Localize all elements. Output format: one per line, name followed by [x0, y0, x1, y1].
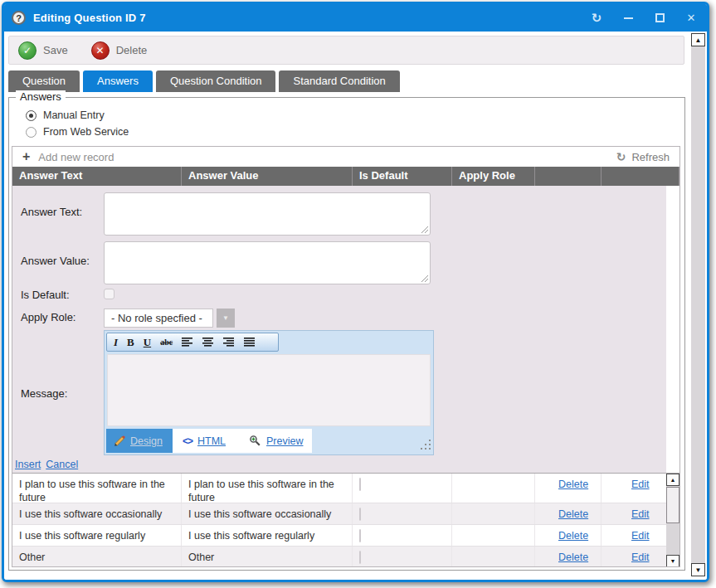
radio-from-web-service[interactable]: From Web Service: [26, 126, 129, 138]
plus-icon: +: [22, 150, 30, 163]
cell-delete: Delete: [535, 474, 602, 503]
column-header-empty-1: [535, 167, 602, 186]
apply-role-select[interactable]: - No role specfied -: [104, 309, 213, 328]
refresh-grid-button[interactable]: ↻ Refresh: [616, 150, 670, 163]
italic-icon[interactable]: I: [114, 337, 118, 347]
table-row: I use this software occasionally I use t…: [12, 503, 666, 525]
column-header-answer-value[interactable]: Answer Value: [182, 167, 353, 186]
cancel-link[interactable]: Cancel: [46, 459, 78, 470]
cell-answer-text: I use this software occasionally: [12, 503, 182, 524]
delete-cross-icon: ✕: [91, 41, 110, 60]
answers-grid: + Add new record ↻ Refresh Answer Text A…: [12, 146, 680, 567]
edit-link[interactable]: Edit: [631, 508, 650, 520]
align-left-icon[interactable]: [182, 338, 193, 347]
main-scroll-down-icon[interactable]: ▼: [691, 563, 705, 576]
answer-value-label: Answer Value:: [21, 255, 90, 267]
main-scroll-up-icon[interactable]: ▲: [691, 33, 705, 46]
row-is-default-checkbox[interactable]: [359, 529, 361, 542]
table-row: I plan to use this software in the futur…: [12, 474, 666, 503]
minimize-icon[interactable]: [622, 12, 634, 24]
tab-answers[interactable]: Answers: [83, 70, 153, 92]
grid-scroll-up-icon[interactable]: ▲: [666, 474, 679, 486]
dialog-content: ✓ Save ✕ Delete Question Answers Questio…: [4, 32, 707, 580]
editor-mode-html[interactable]: <> HTML: [183, 429, 226, 453]
editor-mode-design[interactable]: Design: [106, 429, 173, 453]
row-is-default-checkbox[interactable]: [359, 508, 361, 521]
cell-answer-value: I use this software regularly: [182, 525, 353, 546]
grid-scroll-down-icon[interactable]: ▼: [666, 555, 679, 566]
cell-answer-text: I plan to use this software in the futur…: [12, 474, 182, 503]
edit-link[interactable]: Edit: [631, 479, 650, 490]
add-new-record-button[interactable]: Add new record: [38, 151, 114, 163]
align-right-icon[interactable]: [223, 338, 235, 347]
delete-link[interactable]: Delete: [558, 479, 588, 490]
bold-icon[interactable]: B: [127, 337, 134, 347]
dialog-window: ? Editing Question ID 7 ↻ ✕ ✓ Save ✕ Del…: [2, 2, 709, 582]
cell-answer-text: I use this software regularly: [12, 525, 182, 546]
cell-edit: Edit: [602, 547, 666, 566]
answers-groupbox: Answers Manual Entry From Web Service + …: [8, 97, 685, 571]
column-header-empty-2: [602, 167, 679, 186]
delete-link[interactable]: Delete: [558, 508, 588, 520]
cell-answer-text: Other: [12, 547, 182, 566]
refresh-window-icon[interactable]: ↻: [591, 12, 602, 24]
answer-value-input[interactable]: [104, 241, 431, 284]
edit-link[interactable]: Edit: [631, 530, 650, 542]
is-default-checkbox[interactable]: [104, 289, 114, 299]
window-controls: ↻ ✕: [591, 12, 697, 24]
save-label: Save: [43, 44, 68, 56]
underline-icon[interactable]: U: [144, 337, 151, 347]
grid-header: Answer Text Answer Value Is Default Appl…: [12, 167, 679, 186]
refresh-icon: ↻: [616, 150, 626, 163]
cell-is-default: [353, 547, 452, 566]
cell-is-default: [353, 474, 452, 503]
grid-rows: I plan to use this software in the futur…: [12, 473, 679, 566]
strikethrough-icon[interactable]: abc: [160, 338, 173, 347]
editor-mode-preview[interactable]: Preview: [249, 429, 303, 453]
delete-button[interactable]: ✕ Delete: [91, 41, 148, 60]
delete-link[interactable]: Delete: [558, 530, 588, 542]
main-toolbar: ✓ Save ✕ Delete: [8, 36, 684, 65]
tab-question[interactable]: Question: [8, 70, 80, 92]
radio-manual-entry[interactable]: Manual Entry: [26, 109, 105, 121]
cell-edit: Edit: [602, 474, 666, 503]
help-icon[interactable]: ?: [12, 11, 26, 25]
save-check-icon: ✓: [18, 41, 37, 60]
apply-role-label: Apply Role:: [21, 311, 75, 323]
cell-apply-role: [452, 503, 535, 524]
tab-standard-condition[interactable]: Standard Condition: [279, 70, 399, 92]
save-button[interactable]: ✓ Save: [18, 41, 68, 60]
is-default-label: Is Default:: [21, 289, 70, 301]
align-center-icon[interactable]: [202, 338, 214, 347]
column-header-apply-role[interactable]: Apply Role: [452, 167, 535, 186]
row-is-default-checkbox[interactable]: [359, 551, 361, 564]
editor-canvas[interactable]: [107, 354, 431, 426]
answer-text-input[interactable]: [104, 192, 431, 236]
cell-apply-role: [452, 547, 535, 566]
column-header-is-default[interactable]: Is Default: [353, 167, 452, 186]
row-is-default-checkbox[interactable]: [359, 478, 361, 491]
close-icon[interactable]: ✕: [685, 12, 697, 24]
maximize-icon[interactable]: [654, 12, 665, 24]
delete-label: Delete: [116, 44, 148, 56]
delete-link[interactable]: Delete: [558, 552, 588, 563]
tab-question-condition[interactable]: Question Condition: [156, 70, 276, 92]
cell-is-default: [353, 525, 452, 546]
edit-link[interactable]: Edit: [631, 552, 650, 563]
chevron-down-icon[interactable]: ▼: [217, 309, 235, 328]
form-right-strip: [666, 186, 679, 473]
main-scrollbar[interactable]: ▲ ▼: [691, 33, 705, 576]
refresh-label: Refresh: [631, 151, 670, 163]
grid-scrollbar[interactable]: ▲ ▼: [666, 474, 679, 566]
form-actions: Insert Cancel: [15, 459, 78, 470]
column-header-answer-text[interactable]: Answer Text: [12, 167, 182, 186]
magnifier-icon: [249, 435, 261, 447]
align-justify-icon[interactable]: [244, 338, 256, 347]
cell-edit: Edit: [602, 503, 666, 524]
radio-selected-icon: [26, 110, 37, 121]
insert-link[interactable]: Insert: [15, 459, 41, 470]
cell-delete: Delete: [535, 525, 602, 546]
resize-grip-icon[interactable]: [425, 444, 426, 445]
window-title: Editing Question ID 7: [33, 12, 146, 24]
grid-scroll-thumb[interactable]: [666, 487, 679, 523]
